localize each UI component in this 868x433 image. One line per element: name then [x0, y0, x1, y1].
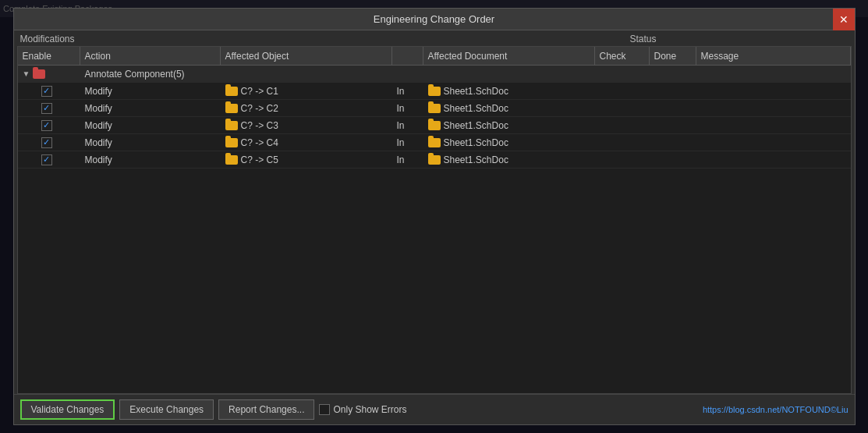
modifications-table: Enable Action Affected Object Affected D…: [17, 46, 852, 394]
report-changes-button[interactable]: Report Changes...: [218, 399, 314, 420]
folder-icon-doc: [428, 87, 441, 96]
dialog-close-button[interactable]: ✕: [833, 9, 855, 30]
row-object-cell: C? -> C3: [221, 117, 392, 133]
row-message-cell: [696, 100, 851, 116]
row-object-cell: C? -> C4: [221, 134, 392, 151]
row-document-cell: Sheet1.SchDoc: [423, 100, 595, 116]
table-row: Modify C? -> C3 In Sheet1.SchDoc: [18, 117, 851, 134]
row-done-cell: [650, 100, 696, 116]
row-in-cell: In: [392, 134, 423, 151]
row-document-cell: Sheet1.SchDoc: [423, 151, 595, 168]
row-done-cell: [650, 151, 696, 168]
only-show-errors-text: Only Show Errors: [333, 404, 406, 415]
folder-icon-doc: [428, 138, 441, 147]
row-action-cell: Modify: [80, 100, 221, 116]
row-checkbox[interactable]: [41, 154, 52, 165]
dialog-title: Engineering Change Order: [374, 13, 494, 25]
group-message-cell: [696, 66, 851, 82]
row-object-cell: C? -> C2: [221, 100, 392, 116]
row-checkbox[interactable]: [41, 86, 52, 97]
section-headers: Modifications Status: [14, 30, 855, 46]
row-document-cell: Sheet1.SchDoc: [423, 134, 595, 151]
footer-url: https://blog.csdn.net/NOTFOUND©Liu: [703, 405, 849, 414]
row-checkbox[interactable]: [41, 120, 52, 131]
row-checkbox[interactable]: [41, 137, 52, 148]
row-message-cell: [696, 117, 851, 133]
row-document-cell: Sheet1.SchDoc: [423, 83, 595, 99]
row-done-cell: [650, 117, 696, 133]
row-action-cell: Modify: [80, 134, 221, 151]
row-enable-cell: [18, 117, 80, 133]
row-in-cell: In: [392, 83, 423, 99]
folder-icon-yellow: [225, 87, 238, 96]
data-rows: Modify C? -> C1 In Sheet1.SchDoc Modify …: [18, 83, 851, 169]
row-enable-cell: [18, 100, 80, 116]
dialog-content: Modifications Status Enable Action Affec…: [14, 30, 855, 394]
table-row: Modify C? -> C5 In Sheet1.SchDoc: [18, 151, 851, 169]
only-show-errors-checkbox[interactable]: [319, 404, 330, 415]
group-done-cell: [650, 66, 696, 82]
group-check-cell: [595, 66, 650, 82]
table-row: Modify C? -> C1 In Sheet1.SchDoc: [18, 83, 851, 100]
row-enable-cell: [18, 134, 80, 151]
row-object-cell: C? -> C5: [221, 151, 392, 168]
dialog-footer: Validate Changes Execute Changes Report …: [14, 394, 855, 424]
row-enable-cell: [18, 83, 80, 99]
folder-icon-doc: [428, 121, 441, 130]
row-object-cell: C? -> C1: [221, 83, 392, 99]
row-done-cell: [650, 134, 696, 151]
row-action-cell: Modify: [80, 117, 221, 133]
row-done-cell: [650, 83, 696, 99]
group-action-cell: Annotate Component(5): [80, 66, 221, 82]
table-header: Enable Action Affected Object Affected D…: [18, 47, 851, 66]
row-enable-cell: [18, 151, 80, 168]
th-affected-document: Affected Document: [423, 47, 595, 65]
folder-icon-yellow: [225, 104, 238, 113]
folder-icon-yellow: [225, 155, 238, 165]
row-message-cell: [696, 134, 851, 151]
th-check: Check: [595, 47, 650, 65]
dialog-titlebar: Engineering Change Order ✕: [14, 9, 855, 30]
modal-overlay: Engineering Change Order ✕ Modifications…: [0, 0, 868, 433]
collapse-arrow[interactable]: ▼: [23, 69, 30, 78]
th-action: Action: [80, 47, 221, 65]
th-message: Message: [696, 47, 851, 65]
folder-icon-red: [33, 69, 45, 79]
row-in-cell: In: [392, 117, 423, 133]
th-done: Done: [650, 47, 696, 65]
row-in-cell: In: [392, 151, 423, 168]
row-check-cell: [595, 117, 650, 133]
table-row: Modify C? -> C4 In Sheet1.SchDoc: [18, 134, 851, 151]
status-label: Status: [630, 34, 849, 44]
row-message-cell: [696, 83, 851, 99]
execute-changes-button[interactable]: Execute Changes: [119, 399, 214, 420]
modifications-label: Modifications: [20, 34, 630, 44]
folder-icon-yellow: [225, 138, 238, 147]
row-action-cell: Modify: [80, 83, 221, 99]
table-row: Modify C? -> C2 In Sheet1.SchDoc: [18, 100, 851, 117]
row-checkbox[interactable]: [41, 103, 52, 114]
validate-changes-button[interactable]: Validate Changes: [20, 399, 115, 420]
group-doc-cell: [423, 66, 595, 82]
row-message-cell: [696, 151, 851, 168]
group-row: ▼ Annotate Component(5): [18, 66, 851, 83]
th-affected-object: Affected Object: [221, 47, 392, 65]
th-in: [392, 47, 423, 65]
folder-icon-doc: [428, 155, 441, 165]
row-check-cell: [595, 83, 650, 99]
row-check-cell: [595, 151, 650, 168]
row-action-cell: Modify: [80, 151, 221, 168]
group-in-cell: [392, 66, 423, 82]
th-enable: Enable: [18, 47, 80, 65]
dialog: Engineering Change Order ✕ Modifications…: [13, 8, 856, 425]
folder-icon-doc: [428, 104, 441, 113]
group-enable-cell: ▼: [18, 66, 80, 82]
row-check-cell: [595, 100, 650, 116]
group-obj-cell: [221, 66, 392, 82]
row-in-cell: In: [392, 100, 423, 116]
folder-icon-yellow: [225, 121, 238, 130]
only-show-errors-label[interactable]: Only Show Errors: [319, 404, 406, 415]
row-document-cell: Sheet1.SchDoc: [423, 117, 595, 133]
row-check-cell: [595, 134, 650, 151]
